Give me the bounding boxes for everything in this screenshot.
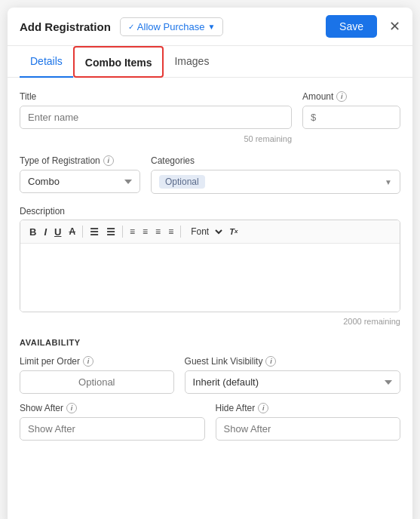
description-char-count: 2000 remaining bbox=[343, 317, 400, 326]
show-after-field-group: Show After i bbox=[20, 403, 205, 441]
type-select[interactable]: Combo Single Group bbox=[20, 170, 140, 193]
allow-purchase-chevron-icon: ▼ bbox=[207, 23, 215, 31]
categories-label: Categories bbox=[151, 155, 400, 166]
limit-guest-row: Limit per Order i Guest Link Visibility … bbox=[20, 356, 400, 394]
title-char-count: 50 remaining bbox=[20, 134, 292, 143]
allow-purchase-label: Allow Purchase bbox=[137, 21, 205, 32]
amount-label: Amount i bbox=[302, 91, 400, 102]
toolbar-ordered-list-button[interactable]: ☰ bbox=[87, 225, 102, 239]
tabs-bar: Details Combo Items Images bbox=[8, 46, 412, 78]
toolbar-font-select[interactable]: Font bbox=[185, 224, 225, 239]
description-label: Description bbox=[20, 206, 400, 217]
toolbar-align-justify-button[interactable]: ≡ bbox=[165, 225, 176, 238]
allow-purchase-chevron-left: ✓ bbox=[128, 23, 134, 31]
toolbar-unordered-list-button[interactable]: ☰ bbox=[103, 225, 118, 239]
categories-dropdown[interactable]: Optional ▼ bbox=[151, 170, 400, 194]
save-button[interactable]: Save bbox=[326, 15, 377, 38]
toolbar-divider-1 bbox=[82, 226, 83, 238]
guest-label: Guest Link Visibility i bbox=[185, 356, 400, 367]
show-after-info-icon: i bbox=[66, 403, 77, 413]
availability-section: AVAILABILITY Limit per Order i Guest Lin… bbox=[20, 338, 400, 441]
hide-after-input[interactable] bbox=[216, 417, 401, 441]
toolbar-clear-format-button[interactable]: Tx bbox=[226, 226, 241, 238]
type-field-group: Type of Registration i Combo Single Grou… bbox=[20, 155, 140, 193]
availability-title: AVAILABILITY bbox=[20, 338, 400, 347]
rich-text-box: B I U A ☰ ☰ ≡ ≡ ≡ ≡ Font Tx bbox=[20, 220, 400, 312]
toolbar-align-center-button[interactable]: ≡ bbox=[139, 225, 151, 238]
type-label: Type of Registration i bbox=[20, 155, 140, 166]
modal-body: Title 50 remaining Amount i Type of Regi… bbox=[8, 78, 412, 519]
guest-info-icon: i bbox=[265, 356, 276, 367]
description-textarea[interactable] bbox=[20, 244, 400, 312]
title-field-group: Title 50 remaining bbox=[20, 91, 292, 143]
toolbar-underline-button[interactable]: U bbox=[51, 225, 64, 239]
hide-after-field-group: Hide After i bbox=[216, 403, 401, 441]
limit-info-icon: i bbox=[83, 356, 94, 367]
title-amount-row: Title 50 remaining Amount i bbox=[20, 91, 400, 143]
title-input[interactable] bbox=[20, 106, 292, 129]
title-label: Title bbox=[20, 91, 292, 102]
description-section: Description B I U A ☰ ☰ ≡ ≡ ≡ ≡ bbox=[20, 206, 400, 326]
type-info-icon: i bbox=[103, 155, 114, 166]
toolbar-divider-3 bbox=[180, 226, 181, 238]
toolbar-align-right-button[interactable]: ≡ bbox=[152, 225, 164, 238]
rich-text-toolbar: B I U A ☰ ☰ ≡ ≡ ≡ ≡ Font Tx bbox=[20, 220, 400, 244]
categories-field-group: Categories Optional ▼ bbox=[151, 155, 400, 194]
show-hide-row: Show After i Hide After i bbox=[20, 403, 400, 441]
toolbar-italic-button[interactable]: I bbox=[41, 225, 50, 239]
show-after-input[interactable] bbox=[20, 417, 205, 441]
toolbar-align-left-button[interactable]: ≡ bbox=[127, 225, 138, 238]
type-categories-row: Type of Registration i Combo Single Grou… bbox=[20, 155, 400, 194]
guest-select[interactable]: Inherit (default) Visible Hidden bbox=[185, 370, 400, 394]
guest-field-group: Guest Link Visibility i Inherit (default… bbox=[185, 356, 400, 394]
amount-field-group: Amount i bbox=[302, 91, 400, 129]
show-after-label: Show After i bbox=[20, 403, 205, 413]
toolbar-bold-button[interactable]: B bbox=[26, 225, 39, 239]
hide-after-info-icon: i bbox=[258, 403, 268, 413]
hide-after-label: Hide After i bbox=[216, 403, 401, 413]
limit-field-group: Limit per Order i bbox=[20, 356, 174, 394]
modal-title: Add Registration bbox=[20, 20, 111, 33]
categories-optional-badge: Optional bbox=[159, 175, 205, 189]
toolbar-strikethrough-button[interactable]: A bbox=[66, 225, 78, 238]
tab-details[interactable]: Details bbox=[20, 46, 73, 78]
categories-chevron-icon: ▼ bbox=[385, 178, 392, 186]
close-button[interactable]: ✕ bbox=[389, 20, 400, 33]
limit-input[interactable] bbox=[20, 370, 174, 394]
modal-container: Add Registration ✓ Allow Purchase ▼ Save… bbox=[8, 8, 412, 519]
limit-label: Limit per Order i bbox=[20, 356, 174, 367]
amount-input[interactable] bbox=[302, 106, 400, 129]
toolbar-divider-2 bbox=[122, 226, 123, 238]
modal-header: Add Registration ✓ Allow Purchase ▼ Save… bbox=[8, 8, 412, 46]
amount-info-icon: i bbox=[336, 91, 347, 102]
tab-images[interactable]: Images bbox=[164, 46, 219, 78]
allow-purchase-button[interactable]: ✓ Allow Purchase ▼ bbox=[120, 17, 224, 36]
tab-combo-items[interactable]: Combo Items bbox=[73, 46, 164, 78]
description-remaining-row: 2000 remaining bbox=[20, 315, 400, 326]
